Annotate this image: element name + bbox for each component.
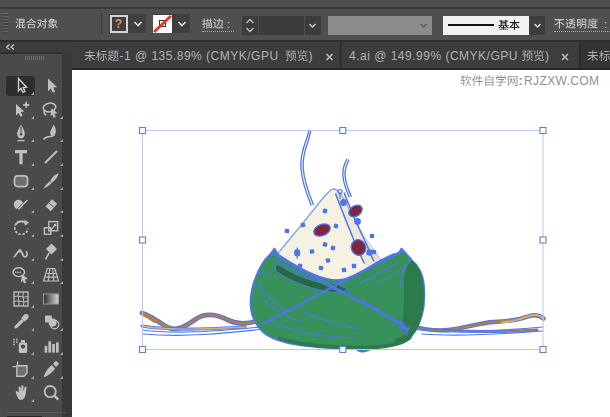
svg-text:): ) (309, 49, 313, 63)
svg-text:): ) (545, 49, 549, 63)
svg-text:-1 @ 135.89% (CMYK/GPU: -1 @ 135.89% (CMYK/GPU (119, 49, 278, 63)
svg-text:4.ai @ 149.99% (CMYK/GPU: 4.ai @ 149.99% (CMYK/GPU (349, 49, 518, 63)
svg-text::: : (227, 18, 230, 30)
svg-text::: : (604, 18, 607, 30)
